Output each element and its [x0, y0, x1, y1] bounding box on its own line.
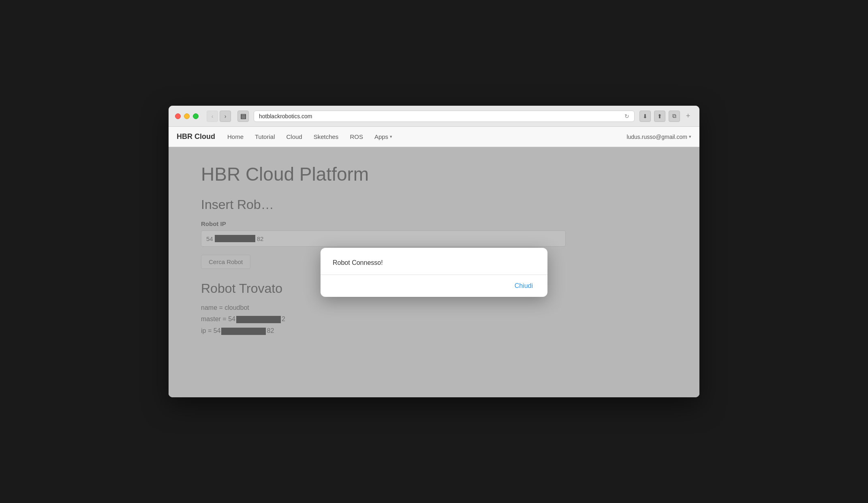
sidebar-icon: ▤: [240, 112, 246, 120]
modal-close-button[interactable]: Chiudi: [508, 280, 539, 292]
browser-window: ‹ › ▤ hotblackrobotics.com ↻ ⬇ ⬆ ⧉ +: [169, 106, 699, 397]
minimize-traffic-light[interactable]: [184, 113, 190, 119]
nav-buttons: ‹ ›: [207, 111, 231, 122]
maximize-traffic-light[interactable]: [193, 113, 199, 119]
share-icon: ⬆: [657, 113, 662, 119]
nav-item-cloud[interactable]: Cloud: [286, 133, 302, 140]
user-dropdown-icon: ▾: [689, 134, 691, 139]
modal-footer: Chiudi: [321, 275, 547, 297]
chevron-down-icon: ▾: [390, 134, 392, 139]
user-email: ludus.russo@gmail.com: [626, 134, 687, 140]
reload-icon[interactable]: ↻: [624, 113, 629, 119]
new-tab-button[interactable]: +: [683, 111, 693, 121]
forward-icon: ›: [224, 113, 227, 119]
nav-item-ros[interactable]: ROS: [350, 133, 363, 140]
back-icon: ‹: [212, 113, 214, 119]
title-bar: ‹ › ▤ hotblackrobotics.com ↻ ⬇ ⬆ ⧉ +: [169, 106, 699, 127]
new-tab-icon: +: [686, 112, 691, 120]
tabs-icon: ⧉: [672, 113, 676, 119]
back-button[interactable]: ‹: [207, 111, 218, 122]
download-icon: ⬇: [643, 113, 648, 119]
nav-item-tutorial[interactable]: Tutorial: [255, 133, 275, 140]
forward-button[interactable]: ›: [220, 111, 231, 122]
url-text: hotblackrobotics.com: [259, 113, 312, 119]
page-content: HBR Cloud Platform Insert Rob… Robot IP …: [169, 147, 699, 397]
nav-item-apps-label: Apps: [374, 133, 388, 140]
traffic-lights: [175, 113, 199, 119]
nav-item-home[interactable]: Home: [227, 133, 244, 140]
nav-item-apps[interactable]: Apps ▾: [374, 133, 392, 140]
user-menu[interactable]: ludus.russo@gmail.com ▾: [626, 134, 691, 140]
nav-item-sketches[interactable]: Sketches: [314, 133, 339, 140]
site-navbar: HBR Cloud Home Tutorial Cloud Sketches R…: [169, 127, 699, 147]
download-button[interactable]: ⬇: [639, 111, 651, 122]
share-button[interactable]: ⬆: [654, 111, 665, 122]
sidebar-toggle-button[interactable]: ▤: [237, 111, 249, 122]
tabs-button[interactable]: ⧉: [669, 111, 680, 122]
modal-body: Robot Connesso!: [321, 248, 547, 275]
site-brand[interactable]: HBR Cloud: [177, 132, 215, 141]
toolbar-right: ⬇ ⬆ ⧉ +: [639, 111, 693, 122]
modal-dialog: Robot Connesso! Chiudi: [321, 248, 547, 297]
modal-message: Robot Connesso!: [333, 259, 383, 266]
modal-overlay: Robot Connesso! Chiudi: [169, 147, 699, 397]
site-nav: Home Tutorial Cloud Sketches ROS Apps ▾: [227, 133, 626, 140]
close-traffic-light[interactable]: [175, 113, 181, 119]
address-bar[interactable]: hotblackrobotics.com ↻: [254, 111, 635, 122]
